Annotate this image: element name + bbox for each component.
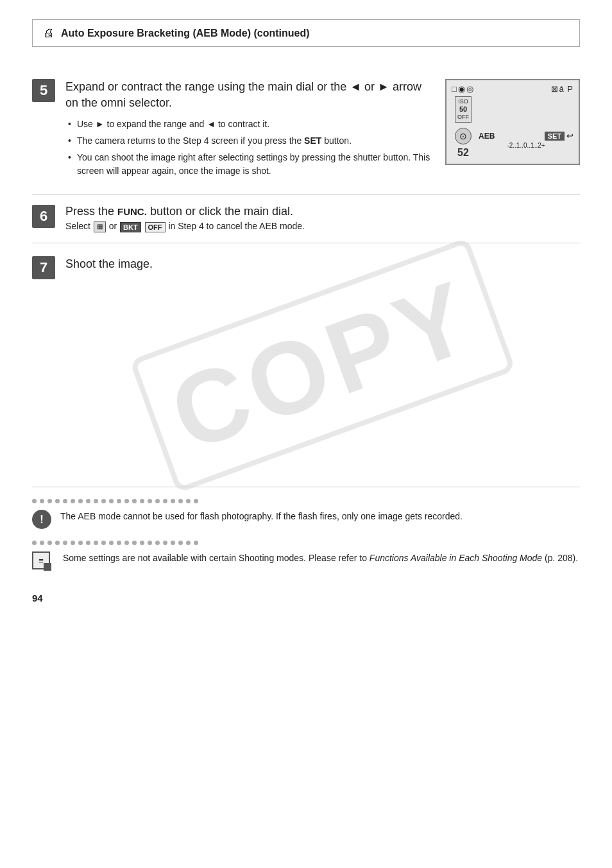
dot: [178, 499, 183, 503]
camera-screen: □◉◎ ⊠á P ISO 50 OFF ⊙ 52: [445, 79, 580, 165]
dot: [148, 499, 152, 503]
dot: [186, 499, 191, 503]
dot: [155, 499, 160, 503]
iso-off: OFF: [457, 114, 469, 121]
camera-scale: -2..1..0..1..2+: [479, 142, 574, 149]
dot: [101, 499, 106, 503]
step-5-bullets: Use ► to expand the range and ◄ to contr…: [65, 117, 432, 178]
step-5-bullet-2: The camera returns to the Step 4 screen …: [65, 134, 432, 148]
warning-icon: !: [32, 510, 51, 529]
dot: [78, 499, 83, 503]
step-7-title: Shoot the image.: [65, 256, 580, 272]
page: 🖨 Auto Exposure Bracketing (AEB Mode) (c…: [0, 0, 612, 868]
camera-number: 52: [457, 147, 469, 159]
or-label: or: [109, 221, 119, 231]
step-6: 6 Press the FUNC. button or click the ma…: [32, 195, 580, 243]
dot: [47, 499, 52, 503]
step-6-title: Press the FUNC. button or click the main…: [65, 205, 580, 218]
step-5: 5 Expand or contract the range using the…: [32, 66, 580, 195]
step-6-subtitle: Select ⊞ or BKT OFF in Step 4 to cancel …: [65, 221, 580, 232]
func-label: FUNC.: [117, 206, 147, 217]
dot: [140, 499, 144, 503]
dot: [109, 541, 114, 545]
dot: [101, 541, 106, 545]
iso-box: ISO 50 OFF: [455, 96, 472, 123]
step-5-bullet-3: You can shoot the image right after sele…: [65, 151, 432, 178]
dot: [71, 499, 75, 503]
dotted-separator-1: [32, 499, 580, 503]
info-icon-container: ≡: [32, 551, 54, 573]
dot: [171, 541, 175, 545]
set-button: SET: [545, 132, 565, 141]
dot: [47, 541, 52, 545]
header-title: Auto Exposure Bracketing (AEB Mode) (con…: [61, 28, 310, 39]
note-warning: ! The AEB mode cannot be used for flash …: [32, 510, 580, 529]
warning-text: The AEB mode cannot be used for flash ph…: [60, 510, 580, 523]
dot: [171, 499, 175, 503]
info-icon: ≡: [32, 551, 50, 569]
camera-left-col: ISO 50 OFF ⊙ 52: [452, 96, 475, 159]
step-5-content: Expand or contract the range using the m…: [65, 79, 580, 181]
step-5-title: Expand or contract the range using the m…: [65, 79, 432, 111]
step-5-or: or: [364, 80, 375, 93]
page-header: 🖨 Auto Exposure Bracketing (AEB Mode) (c…: [32, 19, 580, 47]
dot: [186, 541, 191, 545]
step-6-content: Press the FUNC. button or click the main…: [65, 205, 580, 232]
dot: [63, 499, 67, 503]
dot: [124, 541, 129, 545]
dot: [94, 541, 98, 545]
dot: [178, 541, 183, 545]
dot: [132, 541, 137, 545]
dot: [86, 499, 90, 503]
select-label: Select: [65, 221, 90, 231]
info-italic: Functions Available in Each Shooting Mod…: [370, 553, 542, 563]
info-icon-corner: [44, 563, 51, 571]
aeb-label: AEB: [479, 132, 495, 141]
note-info: ≡ Some settings are not available with c…: [32, 551, 580, 573]
dot: [148, 541, 152, 545]
dot: [109, 499, 114, 503]
info-text: Some settings are not available with cer…: [63, 551, 580, 565]
dot: [40, 499, 44, 503]
dot: [140, 541, 144, 545]
iso-label: ISO: [457, 98, 469, 105]
iso-value: 50: [457, 105, 469, 114]
back-icon: ↩: [566, 131, 574, 141]
dot: [163, 499, 167, 503]
dot: [78, 541, 83, 545]
dot: [194, 541, 198, 545]
step-7: 7 Shoot the image. COPY: [32, 243, 580, 487]
dot: [32, 541, 37, 545]
step-6-number: 6: [32, 205, 55, 228]
page-number: 94: [32, 593, 580, 603]
info-icon-symbol: ≡: [38, 556, 44, 566]
dot: [155, 541, 160, 545]
camera-icons-left: □◉◎: [452, 84, 475, 94]
camera-body: ISO 50 OFF ⊙ 52 AEB: [452, 96, 574, 159]
dot: [117, 541, 121, 545]
camera-icons-right: ⊠á P: [551, 84, 574, 94]
badge-off: OFF: [145, 222, 166, 232]
copy-watermark: COPY: [130, 237, 516, 493]
step-5-number: 5: [32, 79, 55, 102]
dot: [71, 541, 75, 545]
dot: [63, 541, 67, 545]
camera-circle-icon: ⊙: [455, 128, 472, 144]
dot: [94, 499, 98, 503]
step-7-content: Shoot the image. COPY: [65, 256, 580, 474]
dotted-separator-2: [32, 541, 580, 545]
step-7-number: 7: [32, 256, 55, 279]
badge-bkt: BKT: [120, 222, 141, 232]
dot: [163, 541, 167, 545]
dot: [55, 541, 60, 545]
dot: [55, 499, 60, 503]
camera-aeb-row: AEB SET ↩: [479, 131, 574, 141]
dot: [40, 541, 44, 545]
dot: [86, 541, 90, 545]
header-icon: 🖨: [43, 26, 55, 40]
step-5-bullet-1: Use ► to expand the range and ◄ to contr…: [65, 117, 432, 131]
badge-single: ⊞: [94, 221, 106, 232]
dot: [124, 499, 129, 503]
camera-top-row: □◉◎ ⊠á P: [452, 84, 574, 94]
step-6-suffix: in Step 4 to cancel the AEB mode.: [168, 221, 304, 231]
